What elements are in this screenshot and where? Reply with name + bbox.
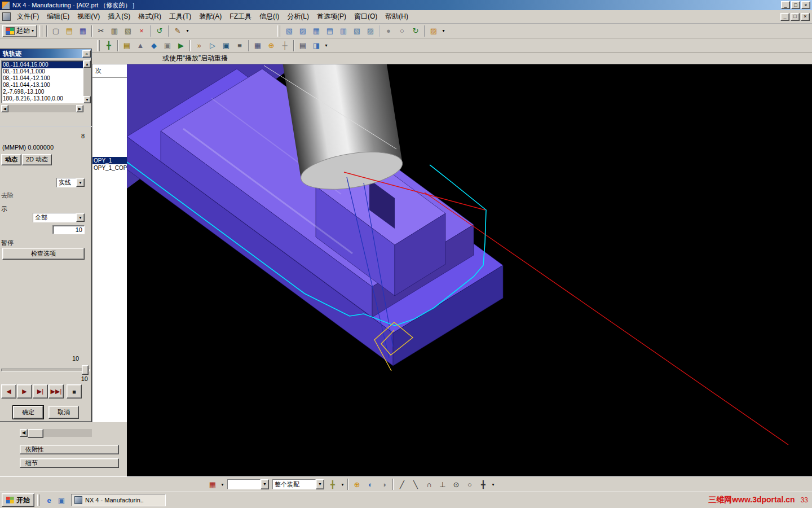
play-reverse-button[interactable]: ◀ [1,384,16,398]
layer-settings-icon[interactable]: ▤ [297,40,309,52]
separator[interactable] [189,40,191,51]
view-isometric-icon[interactable]: ▨ [297,25,309,37]
graphics-viewport[interactable] [127,64,812,476]
toolpath-point-list[interactable]: 08,-11.044,15.00008,-11.044,1.00008,-11.… [1,60,83,103]
scrollbar-thumb[interactable] [28,429,43,438]
snap-point2-icon[interactable]: ╋ [477,478,489,491]
orient-view-icon[interactable]: ◨ [310,40,323,52]
speed-value-field[interactable]: 10 [52,225,85,234]
menu-item[interactable]: 格式(R) [134,10,165,23]
menu-item[interactable]: 首选项(P) [313,10,350,23]
list-toolpath-icon[interactable]: ≡ [233,40,246,52]
snap-caret[interactable]: ▾ [490,478,496,491]
separator[interactable] [91,25,92,37]
scroll-left-button[interactable]: ◀ [20,429,28,437]
sketch-icon[interactable]: ✎ [171,25,184,37]
menu-item[interactable]: 装配(A) [195,10,226,23]
menu-item[interactable]: 窗口(O) [350,10,381,23]
start-button[interactable]: 开始 [2,493,34,507]
cut-icon[interactable]: ✂ [95,25,107,37]
toolbar-dropdown-caret[interactable]: ▾ [323,40,329,52]
replay-speed-slider[interactable] [1,365,90,374]
snap-settings-icon[interactable]: ╋ [326,478,339,491]
create-program-icon[interactable]: ▤ [121,40,133,52]
selection-filter-combo[interactable]: ▼ [227,479,269,489]
view-top-icon[interactable]: ▦ [310,25,323,37]
toolpath-point-row[interactable]: 2,-7.698,-13.100 [2,89,83,95]
mdi-minimize-button[interactable]: _ [780,13,789,21]
maximize-button[interactable]: □ [791,1,800,9]
wireframe-display-icon[interactable]: ○ [396,25,408,37]
toolpath-point-row[interactable]: 08,-11.044,-13.100 [2,82,83,89]
chevron-down-icon[interactable]: ▼ [316,479,324,489]
desktop-icon[interactable]: ▣ [55,494,68,506]
undo-icon[interactable]: ↺ [153,25,166,37]
dialog-close-button[interactable]: × [82,50,91,58]
snap-arc-icon[interactable]: ∩ [423,478,435,491]
view-right-icon[interactable]: ▥ [337,25,350,37]
separator[interactable] [392,479,394,490]
navigator-tree-item[interactable]: OPY_1_COP [92,164,127,172]
vector-constructor-icon[interactable]: ◑ [378,478,390,491]
cancel-button[interactable]: 取消 [48,406,79,419]
point-constructor-icon[interactable]: ⊕ [351,478,363,491]
create-method-icon[interactable]: ▣ [161,40,174,52]
step-forward-button[interactable]: ▶| [33,384,48,398]
ok-button[interactable]: 确定 [13,406,43,419]
create-operation-icon[interactable]: ▶ [175,40,187,52]
snap-center-icon[interactable]: ⊙ [450,478,462,491]
start-menu-button[interactable]: 起始 ▾ [2,25,37,37]
display-mode-tab[interactable]: 动态 [1,154,21,165]
window-titlebar[interactable]: NX 4 - Manufacturing - [A02.prt （修改的） ] … [0,0,812,10]
task-button-nx[interactable]: NX 4 - Manufacturin.. [71,494,166,506]
separator[interactable] [168,25,169,37]
list-horizontal-scrollbar[interactable]: ◀ ▶ [1,105,83,112]
menu-item[interactable]: FZ工具 [226,10,255,23]
datum-plane-icon[interactable]: ┼ [279,40,291,52]
chevron-down-icon[interactable]: ▼ [76,213,85,222]
toolbar-grip[interactable] [277,25,280,37]
separator[interactable] [424,25,425,37]
menu-item[interactable]: 信息(I) [255,10,283,23]
scroll-right-button[interactable]: ▶ [76,105,83,112]
section-dependencies[interactable]: 依附性 [20,445,119,454]
mdi-restore-button[interactable]: □ [791,13,800,21]
snap-circle-icon[interactable]: ○ [464,478,476,491]
dialog-titlebar[interactable]: 轨轨迹 × [0,49,91,58]
check-options-button[interactable]: 检查选项 [2,248,85,260]
scroll-up-button[interactable]: ▲ [83,60,91,68]
menu-item[interactable]: 视图(V) [73,10,104,23]
chevron-down-icon[interactable]: ▼ [261,479,269,489]
section-details[interactable]: 细节 [20,458,119,468]
play-forward-button[interactable]: ▶ [17,384,32,398]
toolbar-grip[interactable] [97,40,100,51]
sketch-dropdown-caret[interactable]: ▾ [184,25,191,37]
open-file-icon[interactable]: ▤ [63,25,76,37]
material-display-icon[interactable]: ▨ [427,25,440,37]
display-filter-combo[interactable]: 全部 ▼ [33,213,85,222]
3d-scene[interactable] [127,64,812,476]
rotate-view-icon[interactable]: ↻ [409,25,422,37]
view-back-icon[interactable]: ▧ [351,25,363,37]
toolpath-point-row[interactable]: 08,-11.044,1.000 [2,68,83,75]
selection-filter-caret[interactable]: ▾ [219,478,226,491]
mdi-close-button[interactable]: × [801,13,810,21]
navigator-tree-item[interactable]: OPY_1 [92,157,127,164]
horizontal-scrollbar[interactable]: ◀ [20,429,92,437]
verify-toolpath-icon[interactable]: ▣ [220,40,232,52]
copy-icon[interactable]: ▥ [108,25,121,37]
selection-filter-icon[interactable]: ▦ [206,478,219,491]
separator[interactable] [293,40,294,51]
view-trimetric-icon[interactable]: ▧ [283,25,295,37]
separator[interactable] [347,479,348,490]
plane-constructor-icon[interactable]: ◐ [364,478,377,491]
separator[interactable] [379,25,380,37]
internet-explorer-icon[interactable]: e [43,494,55,506]
snap-intersection-icon[interactable]: ⊥ [436,478,449,491]
scroll-left-button[interactable]: ◀ [1,105,8,112]
machine-tool-icon[interactable]: ▦ [251,40,264,52]
slider-thumb[interactable] [82,365,89,375]
snap-end-point-icon[interactable]: ╱ [396,478,408,491]
separator[interactable] [117,40,118,51]
generate-toolpath-icon[interactable]: » [193,40,205,52]
